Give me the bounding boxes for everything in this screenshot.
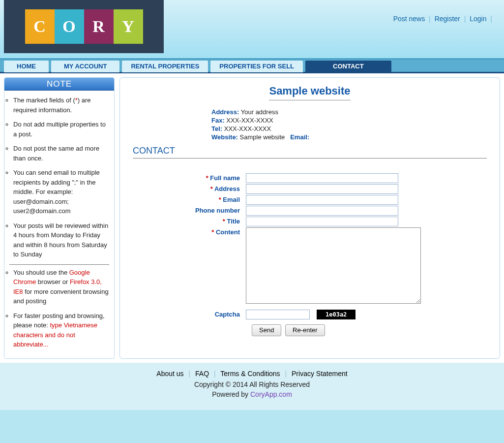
info-website: Website: Sample website Email:: [211, 133, 487, 141]
phone-input[interactable]: [246, 206, 398, 216]
footer-links: About us | FAQ | Terms & Conditions | Pr…: [0, 370, 504, 378]
note-text: The marked fields of (: [13, 96, 75, 104]
button-row: Send Re-enter: [252, 324, 487, 336]
footer: About us | FAQ | Terms & Conditions | Pr…: [0, 363, 504, 410]
post-news-link[interactable]: Post news: [393, 15, 425, 23]
body-area: NOTE The marked fields of (*) are requir…: [0, 73, 504, 363]
note-item: Do not post the same ad more than once.: [13, 144, 110, 163]
register-link[interactable]: Register: [435, 15, 460, 23]
logo-letter-c: C: [25, 9, 55, 44]
tab-rental[interactable]: RENTAL PROPERTIES: [122, 61, 208, 72]
footer-powered: Powered by CoryApp.com: [0, 390, 504, 398]
main-panel: Sample website Address: Your address Fax…: [119, 77, 500, 359]
tab-home[interactable]: HOME: [4, 61, 49, 72]
top-nav: Post news | Register | Login |: [393, 15, 494, 23]
info-tel: Tel: XXX-XXX-XXXX: [211, 125, 487, 132]
info-label: Fax:: [211, 117, 225, 124]
note-list: The marked fields of (*) are required in…: [4, 91, 114, 259]
note-item: You should use the Google Chrome browser…: [13, 268, 110, 306]
powered-link[interactable]: CoryApp.com: [250, 390, 292, 398]
footer-terms[interactable]: Terms & Conditions: [220, 370, 280, 378]
info-fax: Fax: XXX-XXX-XXXX: [211, 117, 487, 124]
contact-heading: CONTACT: [133, 146, 487, 158]
info-value: XXX-XXX-XXXX: [226, 117, 273, 124]
email-input[interactable]: [246, 195, 398, 205]
note-text: browser or: [36, 278, 70, 285]
logo-letter-o: O: [55, 9, 84, 44]
label-captcha: Captcha: [133, 310, 246, 318]
info-label: Address:: [211, 108, 239, 116]
tab-contact[interactable]: CONTACT: [305, 61, 391, 72]
content-textarea[interactable]: [246, 227, 421, 304]
info-email-label: Email:: [290, 133, 309, 141]
info-address: Address: Your address: [211, 108, 487, 116]
info-label: Tel:: [211, 125, 222, 132]
reenter-button[interactable]: Re-enter: [285, 324, 325, 336]
logo[interactable]: real estate C O R Y: [4, 0, 164, 53]
logo-puzzle: C O R Y: [25, 9, 143, 44]
note-item: Do not add multiple properties to a post…: [13, 120, 110, 139]
note-text: for more convenient browsing and posting: [13, 288, 109, 305]
label-email: * Email: [133, 195, 246, 203]
header: real estate C O R Y Post news | Register…: [0, 0, 504, 59]
fullname-input[interactable]: [246, 173, 398, 183]
note-list-2: You should use the Google Chrome browser…: [4, 268, 114, 349]
note-heading: NOTE: [4, 78, 114, 91]
powered-text: Powered by: [212, 390, 250, 398]
info-value: Your address: [241, 108, 278, 116]
note-item: For faster posting and browsing, please …: [13, 311, 110, 349]
login-link[interactable]: Login: [470, 15, 486, 23]
bottom-bar: [0, 410, 504, 416]
info-label: Website:: [211, 133, 238, 141]
footer-privacy[interactable]: Privacy Statement: [292, 370, 348, 378]
page-container: real estate C O R Y Post news | Register…: [0, 0, 504, 416]
captcha-input[interactable]: [246, 310, 310, 319]
label-phone: Phone number: [133, 206, 246, 214]
title-input[interactable]: [246, 217, 398, 226]
contact-info: Address: Your address Fax: XXX-XXX-XXXX …: [211, 108, 487, 141]
divider: [9, 264, 109, 265]
separator: |: [488, 15, 494, 23]
captcha-image: 1e03a2: [317, 310, 356, 319]
page-title: Sample website: [269, 84, 350, 100]
main-nav: HOME MY ACCOUNT RENTAL PROPERTIES PROPER…: [0, 59, 504, 73]
footer-faq[interactable]: FAQ: [195, 370, 209, 378]
label-title: * Title: [133, 217, 246, 225]
note-text: You should use the: [13, 269, 69, 276]
note-item: You can send email to multiple recipient…: [13, 168, 110, 216]
label-fullname: * Full name: [133, 173, 246, 182]
sidebar-note: NOTE The marked fields of (*) are requir…: [4, 77, 115, 359]
address-input[interactable]: [246, 184, 398, 194]
logo-letter-r: R: [84, 9, 114, 44]
label-address: * Address: [133, 184, 246, 192]
separator: |: [282, 370, 290, 378]
separator: |: [186, 370, 194, 378]
separator: |: [462, 15, 468, 23]
info-value: XXX-XXX-XXXX: [224, 125, 271, 132]
note-item: The marked fields of (*) are required in…: [13, 95, 110, 115]
footer-copyright: Copyright © 2014 All Rights Reserved: [0, 380, 504, 388]
note-item: Your posts will be reviewed within 4 hou…: [13, 221, 110, 259]
footer-about[interactable]: About us: [156, 370, 183, 378]
tab-my-account[interactable]: MY ACCOUNT: [51, 61, 119, 72]
info-value: Sample website: [240, 133, 285, 141]
logo-letter-y: Y: [114, 9, 143, 44]
tab-sell[interactable]: PROPERTIES FOR SELL: [210, 61, 303, 72]
separator: |: [427, 15, 433, 23]
send-button[interactable]: Send: [252, 324, 281, 336]
separator: |: [211, 370, 219, 378]
label-content: * Content: [133, 227, 246, 236]
